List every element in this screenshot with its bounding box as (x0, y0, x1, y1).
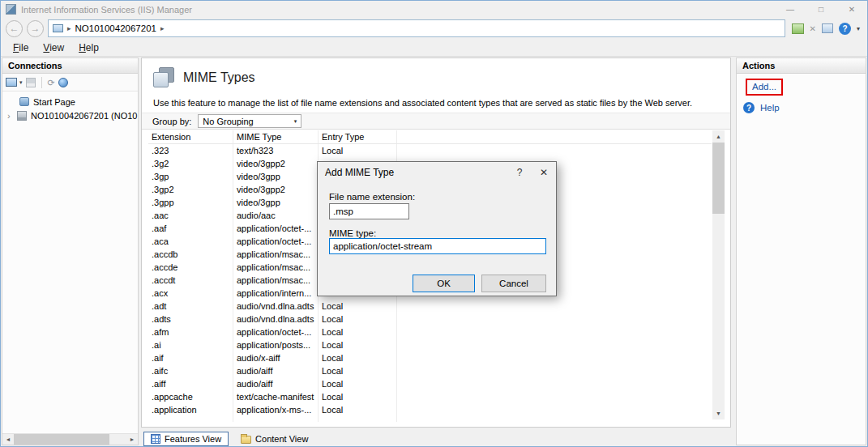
dialog-controls: ? ✕ (507, 162, 556, 183)
cell-mime-type: audio/aac (237, 211, 276, 220)
table-row[interactable]: .aiff audio/aiff Local (148, 377, 712, 390)
cancel-button[interactable]: Cancel (481, 275, 546, 292)
back-button[interactable]: ← (6, 20, 23, 37)
cell-extension: .aiff (152, 379, 166, 389)
window-controls: — □ ✕ (775, 1, 867, 18)
table-row[interactable]: .323 text/h323 Local (148, 144, 712, 157)
toolbar-separator (41, 77, 42, 88)
column-header-extension[interactable]: Extension (152, 132, 190, 142)
scrollbar-thumb[interactable] (14, 434, 109, 445)
vertical-scrollbar[interactable]: ▲ ▼ (712, 130, 725, 419)
table-row[interactable]: .ai application/posts... Local (148, 338, 712, 351)
table-row[interactable]: .afm application/octet-... Local (148, 326, 712, 338)
page-title: MIME Types (183, 70, 255, 85)
scroll-left-arrow[interactable]: ◄ (2, 434, 14, 445)
refresh-icon[interactable]: ⟳ (48, 78, 55, 87)
cell-mime-type: video/3gpp2 (237, 159, 285, 168)
dialog-help-button[interactable]: ? (507, 162, 532, 183)
table-row[interactable]: .aif audio/x-aiff Local (148, 351, 712, 364)
cell-mime-type: text/cache-manifest (237, 392, 314, 402)
help-action-row[interactable]: ? Help (743, 102, 866, 113)
help-icon[interactable]: ? (839, 23, 851, 35)
cell-extension: .ai (152, 340, 161, 350)
scroll-up-arrow[interactable]: ▲ (712, 130, 725, 143)
save-connections-icon[interactable] (26, 78, 36, 87)
help-action-link[interactable]: Help (760, 103, 780, 113)
cell-entry-type: Local (322, 146, 343, 155)
mime-type-label: MIME type: (329, 228, 376, 238)
group-by-bar: Group by: No Grouping ▾ (142, 113, 730, 130)
cell-mime-type: audio/aiff (237, 366, 272, 376)
cell-mime-type: application/octet-... (237, 327, 311, 337)
column-header-entry-type[interactable]: Entry Type (322, 132, 364, 142)
maximize-button[interactable]: □ (806, 1, 836, 18)
cell-entry-type: Local (322, 314, 343, 324)
dialog-close-button[interactable]: ✕ (532, 162, 556, 183)
menu-file[interactable]: File (6, 40, 36, 55)
cell-mime-type: application/msac... (237, 275, 310, 285)
connections-toolbar: ▾ ⟳ (2, 74, 138, 92)
scroll-right-arrow[interactable]: ► (126, 434, 138, 445)
create-connection-icon[interactable] (6, 78, 17, 87)
column-header-mime-type[interactable]: MIME Type (237, 132, 281, 142)
server-node-icon (17, 111, 27, 121)
tree-item-label: NO1010042067201 (NO101004 (31, 111, 138, 121)
connections-tree: Start Page › NO1010042067201 (NO101004 (2, 92, 138, 122)
menu-help[interactable]: Help (71, 40, 106, 55)
cell-mime-type: video/3gpp (237, 172, 280, 181)
manage-server-icon[interactable] (792, 23, 804, 34)
mime-type-input[interactable] (329, 238, 546, 254)
forward-button[interactable]: → (27, 20, 44, 37)
tab-content-view[interactable]: Content View (234, 432, 314, 445)
tree-item-start-page[interactable]: Start Page (2, 95, 138, 109)
dialog-title: Add MIME Type (325, 167, 394, 178)
server-icon (53, 24, 63, 32)
cell-extension: .3g2 (152, 159, 169, 168)
stop-icon[interactable]: ✕ (810, 23, 816, 34)
scrollbar-thumb[interactable] (712, 143, 725, 214)
tree-item-server[interactable]: › NO1010042067201 (NO101004 (2, 109, 138, 122)
help-icon: ? (743, 102, 755, 113)
view-tab-strip: Features View Content View (143, 431, 314, 447)
menu-view[interactable]: View (36, 40, 71, 55)
scrollbar-track[interactable] (109, 434, 126, 445)
home-icon[interactable] (822, 23, 833, 33)
table-row[interactable]: .aifc audio/aiff Local (148, 364, 712, 377)
mime-types-icon (153, 67, 175, 88)
breadcrumb[interactable]: ▸ NO1010042067201 ▸ (48, 19, 785, 37)
horizontal-scrollbar[interactable]: ◄ ► (2, 433, 138, 445)
cell-extension: .accde (152, 262, 177, 272)
breadcrumb-arrow-icon[interactable]: ▸ (160, 24, 165, 32)
breadcrumb-server-name[interactable]: NO1010042067201 (75, 23, 156, 33)
browse-icon[interactable] (58, 78, 68, 87)
group-by-label: Group by: (152, 117, 191, 126)
breadcrumb-arrow-icon[interactable]: ▸ (67, 24, 71, 32)
tab-label: Content View (255, 434, 308, 444)
add-action-link[interactable]: Add... (752, 82, 776, 92)
annotation-box: Add... (746, 79, 783, 96)
group-by-dropdown[interactable]: No Grouping ▾ (198, 114, 301, 128)
actions-panel: Actions Add... ? Help (736, 57, 866, 445)
cell-entry-type: Local (322, 366, 343, 376)
table-row[interactable]: .appcache text/cache-manifest Local (148, 390, 712, 403)
content-view-icon (241, 436, 251, 444)
chevron-down-icon: ▾ (294, 118, 297, 125)
table-row[interactable]: .adts audio/vnd.dlna.adts Local (148, 313, 712, 326)
ok-button[interactable]: OK (413, 275, 475, 292)
chevron-down-icon[interactable]: ▾ (857, 25, 860, 32)
cell-entry-type: Local (322, 405, 343, 415)
cell-entry-type: Local (322, 379, 343, 389)
close-button[interactable]: ✕ (836, 1, 867, 18)
tree-item-label: Start Page (33, 97, 75, 107)
expand-chevron-icon[interactable]: › (7, 111, 15, 121)
table-row[interactable]: .adt audio/vnd.dlna.adts Local (148, 300, 712, 313)
minimize-button[interactable]: — (775, 1, 806, 18)
chevron-down-icon[interactable]: ▾ (19, 79, 23, 86)
table-header: Extension MIME Type Entry Type (148, 130, 712, 144)
cell-entry-type: Local (322, 353, 343, 363)
scroll-down-arrow[interactable]: ▼ (712, 407, 725, 419)
tab-features-view[interactable]: Features View (143, 432, 229, 446)
table-row[interactable]: .application application/x-ms-... Local (148, 403, 712, 416)
file-name-extension-input[interactable] (329, 203, 409, 219)
cell-extension: .adts (152, 314, 171, 324)
